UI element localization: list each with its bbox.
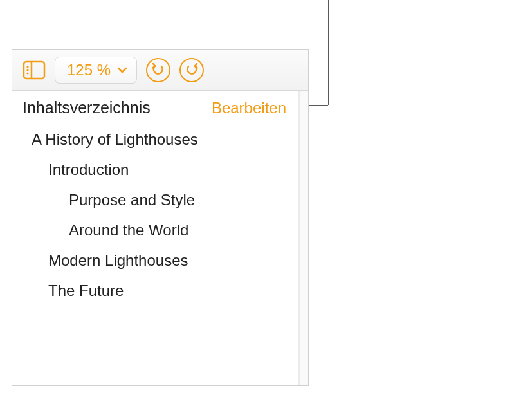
sidebar-icon [23, 60, 46, 80]
svg-point-2 [26, 66, 28, 68]
redo-icon [185, 63, 199, 77]
undo-button[interactable] [146, 58, 170, 82]
toc-list: A History of LighthousesIntroductionPurp… [12, 124, 298, 314]
toc-item[interactable]: Introduction [12, 155, 298, 185]
sidebar-toggle-button[interactable] [23, 60, 46, 80]
toc-item[interactable]: Around the World [12, 216, 298, 246]
toc-sidebar-header: Inhaltsverzeichnis Bearbeiten [12, 91, 298, 124]
zoom-value: 125 % [67, 61, 111, 79]
svg-point-3 [26, 69, 28, 71]
toc-sidebar-body: Inhaltsverzeichnis Bearbeiten A History … [12, 91, 298, 385]
edit-button[interactable]: Bearbeiten [212, 99, 286, 117]
toc-item[interactable]: Modern Lighthouses [12, 246, 298, 276]
toolbar: 125 % [12, 50, 308, 91]
svg-point-4 [26, 72, 28, 74]
scrollbar-track[interactable] [298, 91, 308, 385]
toc-item[interactable]: A History of Lighthouses [12, 125, 298, 155]
app-window: 125 % Inhaltsverzeichnis Bearb [12, 49, 309, 386]
undo-icon [151, 63, 165, 77]
redo-button[interactable] [179, 58, 204, 82]
callout-line [328, 0, 329, 105]
toc-item[interactable]: The Future [12, 276, 298, 306]
toc-item[interactable]: Purpose and Style [12, 185, 298, 216]
zoom-select[interactable]: 125 % [55, 57, 137, 84]
chevron-down-icon [117, 67, 127, 73]
toc-sidebar: Inhaltsverzeichnis Bearbeiten A History … [12, 91, 308, 385]
toc-title: Inhaltsverzeichnis [23, 98, 151, 117]
